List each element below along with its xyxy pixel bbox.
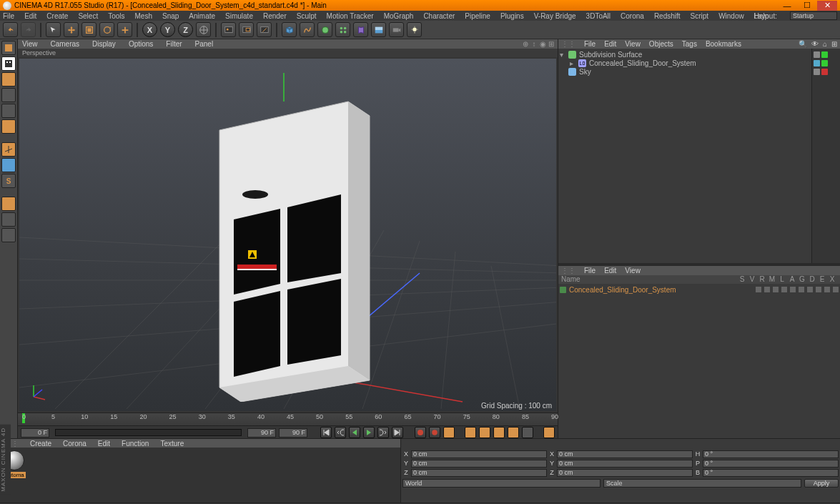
record-button[interactable] [415,427,426,438]
maximize-button[interactable]: ☐ [797,1,817,11]
coord-h-rot[interactable]: 0 ° [703,450,839,458]
om-item-subdivision[interactable]: ▾ Subdivision Surface [560,50,810,59]
cube-primitive-button[interactable] [282,22,297,37]
keyframe-sel-button[interactable] [443,427,455,438]
point-mode-button[interactable] [1,104,16,118]
menu-simulate[interactable]: Simulate [225,12,253,20]
planar-workplane-button[interactable] [1,228,16,242]
menu-plugins[interactable]: Plugins [500,12,524,20]
snap-button[interactable]: S [1,174,16,188]
vp-menu-options[interactable]: Options [129,40,153,48]
om-menu-tags[interactable]: Tags [682,40,697,48]
scale-tool-button[interactable] [81,22,97,37]
render-tag[interactable] [821,69,828,75]
coord-system-button[interactable] [196,22,211,37]
layer-flag-icon[interactable] [816,287,821,292]
om-menu-view[interactable]: View [625,40,641,48]
vp-pan-icon[interactable]: ⊕ [522,41,529,48]
minimize-button[interactable]: — [777,1,797,11]
menu-select[interactable]: Select [78,12,98,20]
om-menu-file[interactable]: File [584,40,596,48]
mm-col-e[interactable]: E [817,275,827,284]
render-pv-button[interactable] [257,22,272,37]
layout-dropdown[interactable]: Startup [790,11,837,20]
visibility-tag[interactable] [814,69,820,75]
mm-col-l[interactable]: L [777,275,787,284]
viewport-3d[interactable]: Grid Spacing : 100 cm [19,59,556,411]
light-button[interactable] [407,22,422,37]
model-mode-button[interactable] [1,56,16,71]
menu-window[interactable]: Window [718,12,744,20]
menu-script[interactable]: Script [691,12,709,20]
next-key-button[interactable] [377,427,389,438]
mm-menu-edit[interactable]: Edit [604,267,616,275]
nurbs-button[interactable] [317,22,332,37]
om-search-icon[interactable]: 🔍 [799,40,807,48]
menu-redshift[interactable]: Redshift [654,12,681,20]
coord-space-dropdown[interactable]: World [402,479,601,488]
key-param-button[interactable] [508,427,519,438]
redo-button[interactable] [21,22,36,37]
mat-menu-corona[interactable]: Corona [63,440,87,448]
mm-col-s[interactable]: S [737,275,747,284]
layer-flag-icon[interactable] [807,287,813,292]
menu-motiontracker[interactable]: Motion Tracker [327,12,374,20]
menu-vray[interactable]: V-Ray Bridge [534,12,576,20]
frame-end-field[interactable]: 90 F [247,428,276,438]
vp-zoom-icon[interactable]: ↕ [530,41,538,48]
edge-mode-button[interactable] [1,119,16,134]
menu-file[interactable]: File [3,12,14,20]
menu-animate[interactable]: Animate [189,12,215,20]
visibility-tag[interactable] [814,51,820,58]
layer-flag-icon[interactable] [781,287,787,292]
prev-key-button[interactable] [335,427,346,438]
workplane-edit-button[interactable] [1,197,16,211]
rotate-tool-button[interactable] [99,22,114,37]
layer-row[interactable]: Concealed_Sliding_Door_System [560,285,839,294]
goto-end-button[interactable] [392,427,403,438]
mat-menu-texture[interactable]: Texture [160,440,184,448]
z-axis-button[interactable]: Z [178,22,193,37]
menu-edit[interactable]: Edit [24,12,36,20]
om-item-sky[interactable]: Sky [560,67,810,76]
om-menu-edit[interactable]: Edit [604,40,616,48]
deformer-button[interactable] [353,22,368,37]
array-button[interactable] [335,22,350,37]
render-tag[interactable] [821,51,828,58]
mat-menu-create[interactable]: Create [30,440,51,448]
close-button[interactable]: ✕ [817,1,837,11]
layer-flag-icon[interactable] [773,287,779,292]
material-list[interactable]: Automa [0,448,400,503]
menu-render[interactable]: Render [263,12,287,20]
layer-flag-icon[interactable] [756,287,761,292]
menu-tools[interactable]: Tools [108,12,124,20]
menu-mesh[interactable]: Mesh [135,12,152,20]
render-tag[interactable] [821,60,828,66]
expand-icon[interactable]: ▸ [570,59,575,67]
coord-z-size[interactable]: 0 cm [557,469,693,477]
coord-y-size[interactable]: 0 cm [557,460,693,468]
om-menu-bookmarks[interactable]: Bookmarks [706,40,741,48]
texture-mode-button[interactable] [1,72,16,87]
undo-button[interactable] [3,22,18,37]
spline-button[interactable] [300,22,315,37]
mm-col-a[interactable]: A [787,275,797,284]
camera-button[interactable] [389,22,404,37]
move-tool-button[interactable] [64,22,79,37]
mm-col-v[interactable]: V [747,275,757,284]
visibility-tag[interactable] [814,60,820,66]
menu-pipeline[interactable]: Pipeline [465,12,490,20]
coord-z-pos[interactable]: 0 cm [411,469,547,477]
timeline-ruler[interactable]: 051015202530354045505560657075808590 [18,413,558,426]
environment-button[interactable] [371,22,386,37]
coord-type-dropdown[interactable]: Scale [603,479,801,488]
timeline-range-slider[interactable] [55,429,242,436]
frame-start-field[interactable]: 0 F [21,428,49,438]
y-axis-button[interactable]: Y [160,22,175,37]
menu-mograph[interactable]: MoGraph [384,12,414,20]
menu-character[interactable]: Character [423,12,455,20]
layer-flag-icon[interactable] [824,287,830,292]
menu-corona[interactable]: Corona [621,12,644,20]
viewport-solo-button[interactable] [1,158,16,172]
vp-menu-cameras[interactable]: Cameras [51,40,80,48]
